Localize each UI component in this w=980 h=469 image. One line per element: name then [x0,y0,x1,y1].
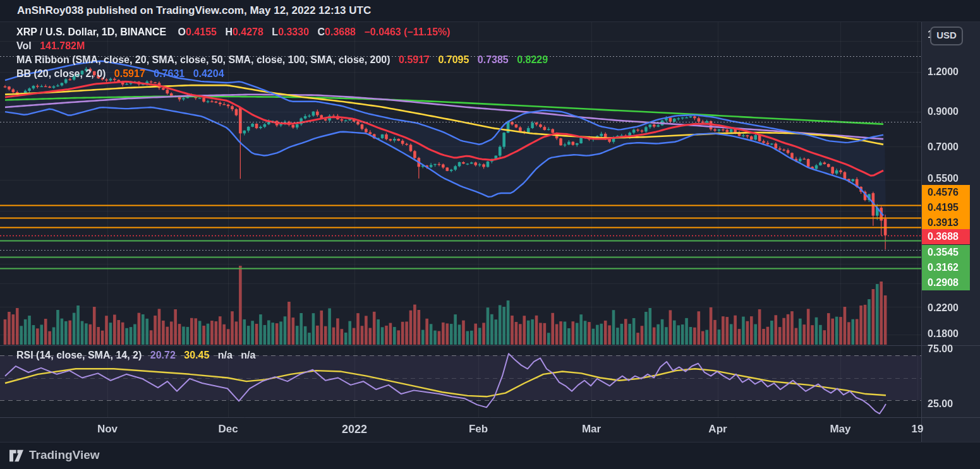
brand-bar: TradingView [0,442,980,469]
time-axis[interactable]: NovDec2022FebMarAprMay19 [0,417,980,442]
price-axis-label: 0.1800 [922,326,970,341]
price-axis-label: 0.5500 [922,171,970,186]
time-axis-label: May [830,423,850,436]
legend-symbol-row: XRP / U.S. Dollar, 1D, BINANCE O0.4155 H… [16,27,456,38]
tradingview-logo-icon[interactable] [8,449,25,463]
ma-ribbon-value-sma20: 0.5917 [399,54,430,65]
ohlc-high-label: H [225,27,233,37]
publisher-bar: AnShRoy038 published on TradingView.com,… [0,0,980,22]
price-axis-label: 0.7000 [922,140,970,155]
price-axis[interactable]: 1.50001.20000.90000.70000.55000.45760.41… [921,22,980,442]
publisher-text: AnShRoy038 published on TradingView.com,… [17,4,371,17]
ohlc-close-value: 0.3688 [325,27,356,37]
time-axis-label: Mar [582,423,601,436]
volume-label: Vol [16,40,32,51]
ohlc-open-label: O [178,27,186,37]
bb-lower-value: 0.4204 [193,68,224,79]
price-axis-label: 0.3688 [922,229,970,244]
legend-ma-ribbon-row: MA Ribbon (SMA, close, 20, SMA, close, 5… [16,54,554,66]
rsi-value: 20.72 [150,350,176,360]
price-axis-label: 0.2908 [922,275,970,290]
rsi-axis-label: 75.00 [922,341,970,357]
usd-button[interactable]: USD [930,27,963,45]
rsi-upper-band-value: n/a [218,350,233,360]
rsi-label: RSI (14, close, SMA, 14, 2) [16,350,142,360]
rsi-legend-row: RSI (14, close, SMA, 14, 2) 20.72 30.45 … [16,350,261,361]
time-axis-label: 2022 [342,423,367,436]
price-axis-label: 1.2000 [922,64,970,80]
ohlc-low-label: L [272,27,278,37]
price-axis-label: 0.2200 [922,300,970,316]
price-axis-label: 0.3913 [922,215,970,230]
price-axis-label: 0.3162 [922,260,970,275]
legend-volume-row: Vol 141.782M [16,40,90,52]
price-axis-label: 0.9000 [922,104,970,119]
ohlc-open-value: 0.4155 [186,27,217,37]
time-axis-label: Dec [218,423,238,436]
rsi-sma-value: 30.45 [184,350,209,360]
ohlc-low-value: 0.3330 [278,27,309,37]
bb-label: BB (20, close, 2, 0) [16,68,106,79]
rsi-axis-label: 25.00 [922,396,970,412]
tradingview-snapshot: { "top_bar": { "publisher_line": "AnShRo… [0,0,980,469]
time-axis-label: Nov [97,423,118,436]
price-axis-label: 0.4576 [922,185,970,200]
ma-ribbon-value-sma200: 0.8229 [517,54,548,65]
rsi-lower-band-value: n/a [241,350,255,360]
price-axis-label: 0.4195 [922,200,970,215]
bb-basis-value: 0.5917 [114,68,145,79]
price-axis-label: 0.3545 [922,245,970,260]
ma-ribbon-value-sma50: 0.7095 [438,54,469,65]
volume-value: 141.782M [40,40,85,51]
tradingview-logo-text[interactable]: TradingView [29,448,100,462]
change-value: −0.0463 (−11.15%) [364,27,450,37]
time-axis-label: Feb [469,423,488,436]
symbol-title: XRP / U.S. Dollar, 1D, BINANCE [16,27,166,37]
time-axis-label: Apr [708,423,727,436]
ohlc-high-value: 0.4278 [233,27,263,37]
legend-bb-row: BB (20, close, 2, 0) 0.5917 0.7631 0.420… [16,68,230,80]
ma-ribbon-label: MA Ribbon (SMA, close, 20, SMA, close, 5… [16,54,390,65]
bb-upper-value: 0.7631 [154,68,185,79]
ma-ribbon-value-sma100: 0.7385 [478,54,509,65]
time-axis-label: 19 [912,423,924,436]
ohlc-close-label: C [318,27,325,37]
